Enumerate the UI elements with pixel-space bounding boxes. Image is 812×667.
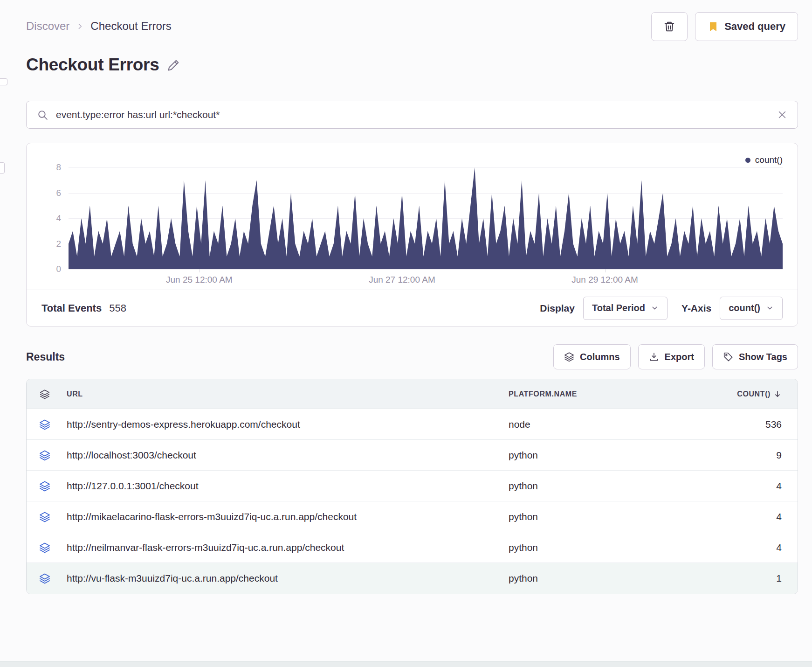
y-axis-select-value: count() (729, 303, 760, 313)
saved-query-button[interactable]: Saved query (695, 12, 798, 41)
trash-icon (663, 21, 675, 33)
table-row[interactable]: http://vu-flask-m3uuizd7iq-uc.a.run.app/… (27, 563, 798, 594)
results-header: Results Columns Export Show Tags (26, 344, 798, 369)
row-platform: node (509, 419, 709, 430)
table-row[interactable]: http://127.0.0.1:3001/checkout python 4 (27, 471, 798, 501)
breadcrumb-discover[interactable]: Discover (26, 20, 69, 33)
breadcrumb-current: Checkout Errors (90, 20, 171, 33)
row-platform: python (509, 511, 709, 522)
x-tick-mark (402, 269, 402, 272)
chart-series-area (69, 167, 783, 269)
total-events-value: 558 (109, 302, 126, 314)
sidebar-collapse-handle[interactable] (0, 78, 7, 85)
table-row[interactable]: http://mikaelacarino-flask-errors-m3uuiz… (27, 501, 798, 532)
top-actions: Saved query (651, 12, 798, 41)
layers-icon (27, 419, 63, 430)
bookmark-icon (708, 21, 719, 32)
layers-icon (27, 480, 63, 492)
table-row[interactable]: http://localhost:3003/checkout python 9 (27, 440, 798, 471)
chart-panel: count() 86420 Jun 25 12:00 AMJun 27 12:0… (26, 143, 798, 327)
y-tick-label: 6 (56, 188, 61, 198)
search-input[interactable] (56, 109, 770, 120)
chevron-right-icon (76, 22, 84, 30)
x-tick-label: Jun 27 12:00 AM (369, 275, 435, 285)
x-axis: Jun 25 12:00 AMJun 27 12:00 AMJun 29 12:… (69, 269, 783, 290)
sort-descending-icon (773, 390, 782, 398)
page-title: Checkout Errors (26, 55, 159, 75)
display-select-value: Total Period (592, 303, 645, 313)
chevron-down-icon (651, 304, 659, 312)
layers-icon (27, 573, 63, 584)
total-events: Total Events 558 (41, 302, 126, 314)
row-url[interactable]: http://mikaelacarino-flask-errors-m3uuiz… (63, 511, 509, 522)
display-select[interactable]: Total Period (583, 297, 667, 320)
table-header: URL PLATFORM.NAME COUNT() (27, 379, 798, 409)
display-label: Display (540, 303, 575, 314)
y-axis-select[interactable]: count() (720, 297, 783, 320)
edit-pencil-icon[interactable] (167, 59, 180, 71)
results-actions: Columns Export Show Tags (553, 344, 798, 369)
legend-label: count() (755, 155, 783, 165)
layers-icon (564, 352, 574, 362)
layers-icon (27, 542, 63, 553)
export-button[interactable]: Export (638, 344, 705, 369)
total-events-label: Total Events (41, 302, 102, 314)
tag-icon (723, 352, 733, 362)
legend-dot-icon (745, 158, 750, 163)
chart-inner: count() 86420 Jun 25 12:00 AMJun 27 12:0… (27, 143, 798, 290)
sidebar-expand-handle[interactable] (0, 162, 5, 174)
table-body: http://sentry-demos-express.herokuapp.co… (27, 409, 798, 594)
y-tick-label: 0 (56, 264, 61, 274)
delete-query-button[interactable] (651, 12, 688, 41)
chevron-down-icon (766, 304, 774, 312)
download-icon (649, 352, 659, 362)
column-header-platform[interactable]: PLATFORM.NAME (509, 390, 709, 398)
title-row: Checkout Errors (26, 55, 798, 75)
row-url[interactable]: http://neilmanvar-flask-errors-m3uuizd7i… (63, 542, 509, 553)
chart-footer: Total Events 558 Display Total Period Y-… (27, 290, 798, 326)
x-tick-mark (199, 269, 200, 272)
x-tick-mark (605, 269, 606, 272)
y-axis-label: Y-Axis (681, 303, 711, 314)
column-header-url[interactable]: URL (63, 390, 509, 398)
row-platform: python (509, 450, 709, 461)
discover-page: Discover Checkout Errors Saved query Che… (0, 0, 812, 594)
close-icon[interactable] (777, 110, 787, 120)
search-bar (26, 101, 798, 129)
row-url[interactable]: http://127.0.0.1:3001/checkout (63, 480, 509, 492)
chart-legend: count() (41, 153, 783, 167)
row-platform: python (509, 573, 709, 584)
table-row[interactable]: http://neilmanvar-flask-errors-m3uuizd7i… (27, 532, 798, 563)
x-tick-label: Jun 29 12:00 AM (571, 275, 638, 285)
row-url[interactable]: http://sentry-demos-express.herokuapp.co… (63, 419, 509, 430)
row-count: 1 (709, 573, 798, 584)
x-tick-label: Jun 25 12:00 AM (166, 275, 233, 285)
saved-query-label: Saved query (724, 21, 785, 33)
column-header-count[interactable]: COUNT() (709, 390, 798, 398)
row-count: 536 (709, 419, 798, 430)
row-count: 4 (709, 480, 798, 492)
chart-plot-area[interactable] (69, 167, 783, 269)
row-url[interactable]: http://vu-flask-m3uuizd7iq-uc.a.run.app/… (63, 573, 509, 584)
top-bar: Discover Checkout Errors Saved query (26, 12, 798, 41)
breadcrumb: Discover Checkout Errors (26, 12, 172, 33)
row-platform: python (509, 542, 709, 553)
chart-body: 86420 (41, 167, 783, 269)
row-url[interactable]: http://localhost:3003/checkout (63, 450, 509, 461)
y-tick-label: 2 (56, 239, 61, 249)
layers-icon (27, 511, 63, 522)
y-tick-label: 4 (56, 213, 61, 223)
show-tags-button-label: Show Tags (739, 352, 787, 362)
search-icon (37, 109, 48, 121)
y-tick-label: 8 (56, 162, 61, 173)
export-button-label: Export (665, 352, 694, 362)
columns-button-label: Columns (580, 352, 620, 362)
layers-icon[interactable] (27, 389, 63, 399)
table-row[interactable]: http://sentry-demos-express.herokuapp.co… (27, 409, 798, 440)
results-table: URL PLATFORM.NAME COUNT() http://sentry-… (26, 379, 798, 594)
columns-button[interactable]: Columns (553, 344, 631, 369)
y-axis-labels: 86420 (41, 167, 69, 269)
bottom-cutoff-strip (0, 661, 812, 667)
show-tags-button[interactable]: Show Tags (712, 344, 798, 369)
chart-controls: Display Total Period Y-Axis count() (534, 297, 783, 320)
